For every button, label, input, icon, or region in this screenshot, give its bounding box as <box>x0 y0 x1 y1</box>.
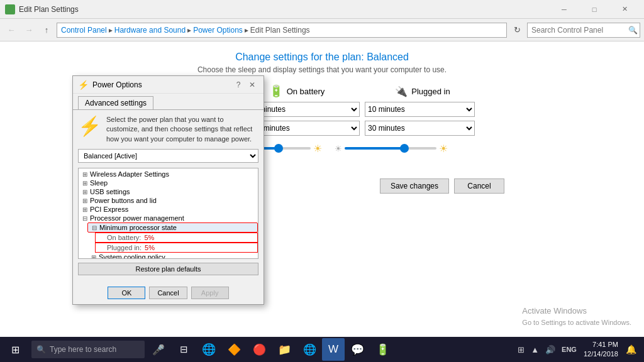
taskbar-notification-icon[interactable]: 🔔 <box>623 344 639 354</box>
tree-item-on-battery[interactable]: On battery: 5% <box>95 233 258 243</box>
tree-label-min-processor: Minimum processor state <box>99 224 255 231</box>
title-bar-text: Edit Plan Settings <box>19 5 79 14</box>
title-bar-icon <box>5 4 15 14</box>
tree-item-pci[interactable]: ⊞ PCI Express <box>79 205 258 214</box>
dialog-help-button[interactable]: ? <box>232 79 245 91</box>
page-title-area: Change settings for the plan: Balanced C… <box>0 41 644 79</box>
taskbar-time-text: 7:41 PM <box>584 340 618 349</box>
page-subtitle: Choose the sleep and display settings th… <box>0 65 644 74</box>
plugged-dropdown-2[interactable]: 30 minutes 15 minutes Never <box>365 121 475 136</box>
taskbar-folder-icon[interactable]: 📁 <box>272 337 297 362</box>
up-button[interactable]: ↑ <box>39 23 54 38</box>
brightness-low-icon-plugged: ☀ <box>335 144 342 153</box>
breadcrumb-sep-3: ▸ <box>245 26 248 35</box>
tree-toggle-usb: ⊞ <box>81 188 89 195</box>
battery-icon: 🔋 <box>269 84 283 98</box>
dialog-ok-button[interactable]: OK <box>108 287 145 299</box>
tree-toggle-sleep: ⊞ <box>81 179 89 187</box>
tree-item-min-processor[interactable]: ⊟ Minimum processor state <box>87 222 258 233</box>
plugged-column-header: 🔌 Plugged in <box>360 85 486 97</box>
plugged-slider-track-wrapper[interactable] <box>345 141 436 156</box>
tree-item-power-buttons[interactable]: ⊞ Power buttons and lid <box>79 196 258 205</box>
taskbar-right: ⊞ ▲ 🔊 ENG 7:41 PM 12/14/2018 🔔 <box>516 337 644 362</box>
taskbar-search-icon: 🔍 <box>36 345 46 354</box>
dialog-plan-dropdown-wrapper: Balanced [Active] <box>78 149 258 163</box>
dialog-body: ⚡ Select the power plan that you want to… <box>73 110 264 284</box>
dialog-title-text: Power Options <box>92 80 142 89</box>
tree-label-sleep: Sleep <box>90 179 255 187</box>
title-bar: Edit Plan Settings ─ □ ✕ <box>0 0 644 19</box>
plugged-label: Plugged in <box>411 87 450 96</box>
taskbar-search-box[interactable]: 🔍 Type here to search <box>31 341 145 358</box>
dialog-footer: OK Cancel Apply <box>73 284 264 304</box>
search-input[interactable] <box>531 26 626 35</box>
dialog-plan-dropdown[interactable]: Balanced [Active] <box>78 149 258 163</box>
plugged-slider: ☀ ☀ <box>328 141 454 156</box>
tree-item-processor[interactable]: ⊟ Processor power management <box>79 214 258 222</box>
dialog-close-button[interactable]: ✕ <box>246 79 258 91</box>
taskbar-left: ⊞ 🔍 Type here to search 🎤 ⊟ 🌐 🔶 🔴 📁 🌐 W … <box>0 337 395 362</box>
address-bar: ← → ↑ Control Panel ▸ Hardware and Sound… <box>0 19 644 41</box>
taskbar-volume-icon[interactable]: 🔊 <box>543 345 557 354</box>
tree-label-system-cooling: System cooling policy <box>99 253 255 259</box>
taskbar-arrow-up-icon[interactable]: ▲ <box>529 345 541 354</box>
tree-item-system-cooling[interactable]: ⊞ System cooling policy <box>87 253 258 259</box>
taskbar-word-icon[interactable]: W <box>322 338 345 361</box>
dialog-cancel-button[interactable]: Cancel <box>149 287 187 299</box>
taskbar-lang-icon[interactable]: ENG <box>560 346 579 353</box>
cancel-button[interactable]: Cancel <box>454 178 504 194</box>
tree-label-processor: Processor power management <box>90 214 255 222</box>
maximize-button[interactable]: □ <box>580 0 609 19</box>
plugged-dropdown-1[interactable]: 10 minutes 5 minutes 15 minutes Never <box>365 102 475 117</box>
back-button[interactable]: ← <box>4 23 19 38</box>
restore-plan-defaults-button[interactable]: Restore plan defaults <box>78 263 258 275</box>
search-box[interactable]: 🔍 <box>527 23 640 38</box>
dialog-info-text: Select the power plan that you want to c… <box>106 115 258 144</box>
battery-label: On battery <box>287 87 325 96</box>
windows-icon: ⊞ <box>11 344 19 356</box>
breadcrumb-item-2[interactable]: Hardware and Sound <box>114 26 186 35</box>
tree-toggle-processor: ⊟ <box>81 214 89 222</box>
breadcrumb-item-4: Edit Plan Settings <box>250 26 310 35</box>
breadcrumb-item-1[interactable]: Control Panel <box>61 26 107 35</box>
tree-item-wireless[interactable]: ⊞ Wireless Adapter Settings <box>79 170 258 178</box>
close-button[interactable]: ✕ <box>610 0 639 19</box>
dialog-apply-button[interactable]: Apply <box>191 287 229 299</box>
tree-toggle-min-processor: ⊟ <box>91 224 98 231</box>
start-button[interactable]: ⊞ <box>0 337 30 362</box>
taskbar-vlc-icon[interactable]: 🔶 <box>221 337 247 362</box>
taskbar-power-icon[interactable]: 🔋 <box>370 337 395 362</box>
tree-toggle-wireless: ⊞ <box>81 170 89 178</box>
page-title: Change settings for the plan: Balanced <box>0 52 644 63</box>
title-bar-left: Edit Plan Settings <box>5 4 79 14</box>
dialog-tab[interactable]: Advanced settings <box>78 96 153 109</box>
tree-item-usb[interactable]: ⊞ USB settings <box>79 187 258 196</box>
taskbar-app-red-icon[interactable]: 🔴 <box>247 337 272 362</box>
tree-label-pci: PCI Express <box>90 206 255 213</box>
taskbar-chrome-icon[interactable]: 🌐 <box>297 337 322 362</box>
minimize-button[interactable]: ─ <box>550 0 579 19</box>
dialog-tree[interactable]: ⊞ Wireless Adapter Settings ⊞ Sleep ⊞ US… <box>78 168 258 259</box>
taskbar-network-icon[interactable]: ⊞ <box>516 345 526 354</box>
taskbar-edge-icon[interactable]: 🌐 <box>196 337 221 362</box>
tree-item-sleep[interactable]: ⊞ Sleep <box>79 178 258 187</box>
tree-label-power-buttons: Power buttons and lid <box>90 197 255 204</box>
taskbar-app-blue-icon[interactable]: 💬 <box>345 337 370 362</box>
taskbar-clock[interactable]: 7:41 PM 12/14/2018 <box>581 340 621 359</box>
taskbar-date-text: 12/14/2018 <box>584 349 618 359</box>
title-bar-controls: ─ □ ✕ <box>550 0 639 19</box>
breadcrumb-item-3[interactable]: Power Options <box>193 26 243 35</box>
tree-item-plugged-in[interactable]: Plugged in: 5% <box>95 243 258 253</box>
breadcrumb-sep-2: ▸ <box>187 26 191 35</box>
taskbar: ⊞ 🔍 Type here to search 🎤 ⊟ 🌐 🔶 🔴 📁 🌐 W … <box>0 337 644 362</box>
dialog-title: ⚡ Power Options <box>78 80 142 90</box>
forward-button[interactable]: → <box>21 23 36 38</box>
refresh-button[interactable]: ↻ <box>509 23 525 38</box>
battery-dropdown-1[interactable]: 5 minutes 10 minutes 15 minutes Never <box>250 102 360 117</box>
save-changes-button[interactable]: Save changes <box>380 178 449 194</box>
taskbar-taskview-icon[interactable]: ⊟ <box>171 337 196 362</box>
battery-dropdown-2[interactable]: 15 minutes 5 minutes 10 minutes Never <box>250 121 360 136</box>
taskbar-cortana-icon[interactable]: 🎤 <box>146 337 171 362</box>
brightness-high-icon-battery: ☀ <box>313 143 322 155</box>
column-headers: 🔋 On battery 🔌 Plugged in <box>234 84 486 98</box>
